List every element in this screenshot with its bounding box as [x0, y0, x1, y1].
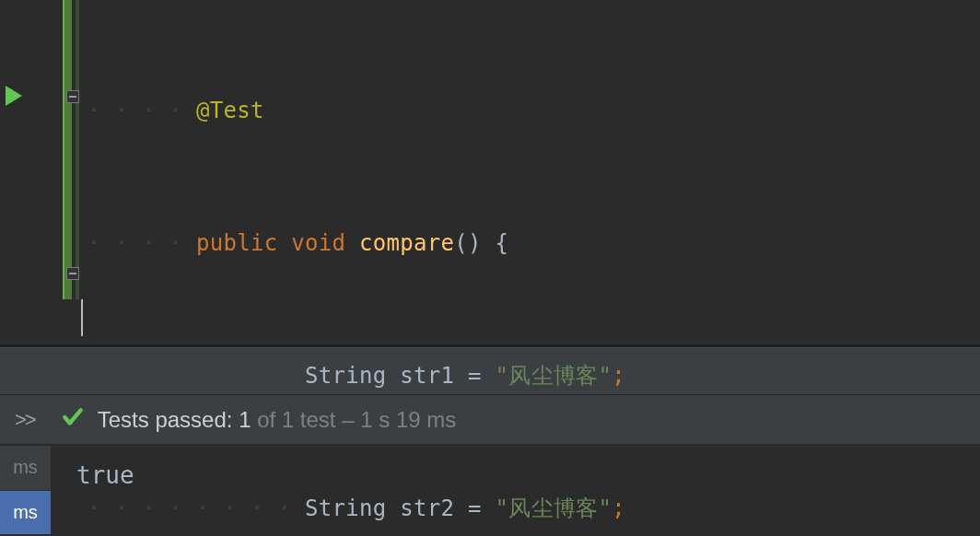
type-string: String — [305, 486, 387, 530]
semicolon: ; — [612, 486, 625, 530]
string-literal: "风尘博客" — [496, 354, 612, 398]
code-area[interactable]: · · · · @Test · · · · public void compar… — [88, 0, 980, 344]
semicolon: ; — [612, 354, 625, 398]
code-line[interactable]: · · · · · · · · String str1 = "风尘博客"; — [88, 354, 980, 398]
annotation: @Test — [196, 88, 264, 133]
console-tab-ms[interactable]: ms — [0, 445, 51, 490]
string-literal: "风尘博客" — [496, 486, 612, 530]
console-tab-active[interactable]: ms — [0, 490, 51, 535]
type-string: String — [305, 354, 387, 398]
fold-handle-close[interactable] — [66, 267, 79, 280]
run-test-icon[interactable] — [6, 86, 22, 106]
change-marker — [63, 0, 72, 299]
assign-op: = — [468, 354, 482, 398]
gutter — [0, 0, 88, 344]
code-line[interactable]: · · · · @Test — [88, 88, 980, 133]
var2: str2 — [400, 486, 454, 530]
assign-op: = — [468, 486, 482, 530]
var1: str1 — [400, 354, 454, 398]
keyword-public: public — [196, 221, 278, 265]
caret — [81, 299, 83, 336]
code-line[interactable]: · · · · public void compare() { — [88, 221, 980, 265]
method-name: compare — [359, 221, 454, 265]
expand-chevrons-icon[interactable]: >> — [15, 408, 35, 432]
console-tabs: ms ms — [0, 445, 51, 534]
check-icon — [61, 405, 85, 435]
code-editor[interactable]: · · · · @Test · · · · public void compar… — [0, 0, 980, 344]
keyword-void: void — [291, 221, 345, 265]
parens-brace: () { — [454, 221, 508, 265]
fold-handle-open[interactable] — [66, 90, 79, 103]
change-marker-inner — [76, 0, 79, 299]
code-line[interactable]: · · · · · · · · String str2 = "风尘博客"; — [88, 486, 980, 530]
